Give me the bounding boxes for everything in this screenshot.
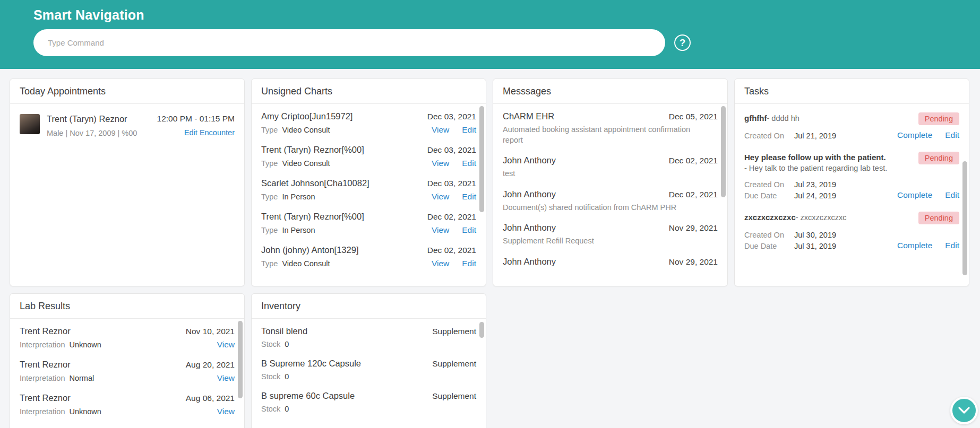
- item-category: Supplement: [432, 391, 476, 401]
- task-title: Hey please follow up with the patient.- …: [744, 152, 906, 174]
- result-date: Nov 10, 2021: [186, 327, 235, 336]
- view-link[interactable]: View: [217, 340, 235, 350]
- smart-navigation-header: Smart Navigation ?: [0, 0, 980, 69]
- due-date: Jul 31, 2019: [794, 242, 836, 250]
- message-date: Nov 29, 2021: [669, 223, 718, 233]
- stock-value: 0: [285, 405, 289, 413]
- patient-details: Male | Nov 17, 2009 | %00: [47, 129, 137, 137]
- chart-type: Video Consult: [282, 126, 330, 134]
- edit-link[interactable]: Edit: [945, 241, 959, 250]
- created-on-date: Jul 21, 2019: [794, 132, 836, 140]
- patient-name: John (johny) Anton[1329]: [261, 245, 358, 255]
- stock-value: 0: [285, 372, 289, 381]
- patient-name: Trent (Taryn) Reznor: [47, 114, 137, 124]
- task-item: Hey please follow up with the patient.- …: [735, 145, 969, 205]
- edit-link[interactable]: Edit: [462, 225, 476, 235]
- inventory-item: Tonsil blendSupplement Stock0: [252, 321, 486, 353]
- scrollbar-thumb[interactable]: [479, 322, 484, 338]
- view-link[interactable]: View: [432, 259, 449, 268]
- interpretation-value: Normal: [69, 374, 94, 382]
- type-label: Type: [261, 159, 278, 168]
- task-title: gfhfhf- dddd hh: [744, 112, 906, 124]
- item-category: Supplement: [432, 359, 476, 369]
- edit-link[interactable]: Edit: [462, 125, 476, 135]
- dashboard-board: Today Appointments Trent (Taryn) Reznor …: [0, 69, 980, 428]
- chart-date: Dec 02, 2021: [427, 212, 476, 222]
- stock-label: Stock: [261, 405, 280, 413]
- type-label: Type: [261, 259, 278, 268]
- view-link[interactable]: View: [432, 159, 449, 168]
- chart-date: Dec 02, 2021: [427, 246, 476, 255]
- created-on-date: Jul 23, 2019: [794, 180, 836, 189]
- message-item: John AnthonyDec 02, 2021 Document(s) sha…: [493, 184, 727, 218]
- complete-link[interactable]: Complete: [897, 241, 932, 250]
- card-title: Messsages: [493, 79, 727, 104]
- message-date: Dec 05, 2021: [669, 112, 718, 121]
- today-appointments-card: Today Appointments Trent (Taryn) Reznor …: [10, 78, 245, 286]
- view-link[interactable]: View: [432, 192, 449, 202]
- patient-avatar: [20, 114, 40, 134]
- message-subject: test: [503, 169, 718, 179]
- help-icon[interactable]: ?: [674, 34, 691, 51]
- stock-label: Stock: [261, 372, 280, 381]
- message-subject: Automated booking assistant appointment …: [503, 125, 718, 145]
- lab-results-card: Lab Results Trent ReznorNov 10, 2021 Int…: [10, 293, 245, 428]
- chart-date: Dec 03, 2021: [427, 112, 476, 121]
- result-date: Aug 06, 2021: [186, 394, 235, 403]
- message-date: Dec 02, 2021: [669, 156, 718, 165]
- view-link[interactable]: View: [432, 225, 449, 235]
- card-title: Today Appointments: [10, 79, 244, 104]
- message-date: Nov 29, 2021: [669, 257, 718, 267]
- stock-value: 0: [285, 340, 289, 348]
- message-subject: Document(s) shared notification from ChA…: [503, 203, 718, 213]
- complete-link[interactable]: Complete: [897, 130, 932, 140]
- complete-link[interactable]: Complete: [897, 190, 932, 200]
- edit-link[interactable]: Edit: [462, 159, 476, 168]
- chart-date: Dec 03, 2021: [427, 179, 476, 188]
- type-label: Type: [261, 126, 278, 134]
- message-item: John AnthonyDec 02, 2021 test: [493, 150, 727, 184]
- scrollbar-thumb[interactable]: [962, 161, 967, 275]
- item-name: B Supreme 120c Capsule: [261, 359, 361, 369]
- edit-link[interactable]: Edit: [462, 192, 476, 202]
- created-on-label: Created On: [744, 180, 789, 189]
- command-input[interactable]: [33, 29, 665, 56]
- unsigned-chart-item: Trent (Taryn) Reznor[%00]Dec 03, 2021 Ty…: [252, 139, 486, 173]
- unsigned-chart-item: Amy Criptoo[Jun15972]Dec 03, 2021 TypeVi…: [252, 106, 486, 139]
- card-title: Tasks: [735, 79, 969, 104]
- message-sender: ChARM EHR: [503, 111, 554, 121]
- item-name: Tonsil blend: [261, 326, 307, 336]
- scrollbar-thumb[interactable]: [479, 106, 484, 212]
- scroll-down-button[interactable]: [950, 397, 978, 424]
- unsigned-chart-item: John (johny) Anton[1329]Dec 02, 2021 Typ…: [252, 240, 486, 273]
- edit-link[interactable]: Edit: [462, 259, 476, 268]
- view-link[interactable]: View: [432, 125, 449, 135]
- unsigned-chart-item: Trent (Taryn) Reznor[%00]Dec 02, 2021 Ty…: [252, 206, 486, 240]
- edit-encounter-link[interactable]: Edit Encounter: [184, 128, 235, 137]
- item-category: Supplement: [432, 327, 476, 336]
- chart-type: In Person: [282, 193, 315, 201]
- patient-name: Trent Reznor: [20, 326, 71, 336]
- due-date-label: Due Date: [744, 191, 789, 200]
- patient-name: Scarlet Johnson[Cha10082]: [261, 178, 369, 188]
- inventory-item: B supreme 60c CapsuleSupplement Stock0: [252, 386, 486, 418]
- edit-link[interactable]: Edit: [945, 190, 959, 200]
- stock-label: Stock: [261, 340, 280, 348]
- appointment-time: 12:00 PM - 01:15 PM: [157, 114, 235, 124]
- item-name: B supreme 60c Capsule: [261, 391, 355, 401]
- patient-name: Trent Reznor: [20, 393, 71, 403]
- status-badge: Pending: [918, 212, 959, 224]
- interpretation-label: Interpretation: [20, 340, 65, 349]
- scrollbar-thumb[interactable]: [721, 106, 726, 197]
- inventory-item: B Supreme 120c CapsuleSupplement Stock0: [252, 353, 486, 386]
- interpretation-label: Interpretation: [20, 407, 65, 416]
- task-title: zxczxczxczxc- zxcxzczxczxc: [744, 212, 906, 223]
- edit-link[interactable]: Edit: [945, 130, 959, 140]
- created-on-label: Created On: [744, 231, 789, 239]
- unsigned-charts-card: Unsigned Charts Amy Criptoo[Jun15972]Dec…: [251, 78, 486, 286]
- scrollbar-thumb[interactable]: [238, 321, 243, 398]
- message-sender: John Anthony: [503, 189, 556, 199]
- view-link[interactable]: View: [217, 373, 235, 383]
- chart-type: Video Consult: [282, 159, 330, 168]
- view-link[interactable]: View: [217, 407, 235, 416]
